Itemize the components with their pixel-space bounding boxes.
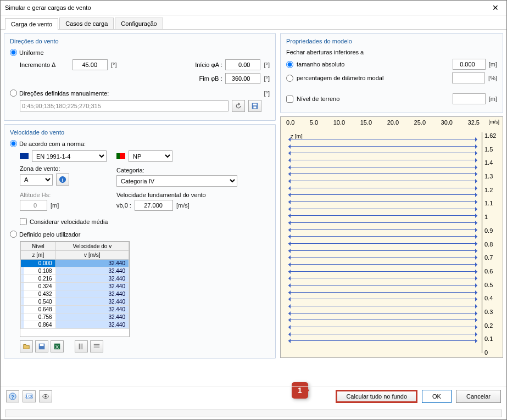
- category-label: Categoria:: [116, 167, 237, 173]
- flag-pt-icon: [116, 153, 125, 159]
- insert-row-icon[interactable]: [90, 340, 103, 352]
- calculate-button[interactable]: Calcular tudo no fundo: [336, 390, 417, 403]
- percentage-label: percentagem de diâmetro modal: [297, 75, 383, 81]
- velocity-table[interactable]: NívelVelocidade do v z [m]v [m/s] 0.0003…: [20, 241, 130, 337]
- increment-unit: [°]: [111, 61, 117, 68]
- terrain-input: [453, 93, 486, 104]
- table-row[interactable]: 0.00032.440: [21, 260, 129, 267]
- table-row[interactable]: 0.32432.440: [21, 283, 129, 290]
- units-icon[interactable]: 0.00: [23, 390, 36, 402]
- titlebar: Simular e gerar cargas de vento ✕: [1, 1, 506, 15]
- inicio-label: Início φA :: [195, 61, 222, 68]
- mean-speed-label: Considerar velocidade média: [30, 219, 108, 225]
- group-title: Velocidade do vento: [10, 129, 270, 136]
- radio-percentage[interactable]: [286, 75, 293, 82]
- increment-label: Incremento Δ: [20, 61, 69, 68]
- fim-label: Fim φB :: [199, 75, 222, 82]
- manual-label: Direções definidas manualmente:: [19, 90, 109, 97]
- radio-norm[interactable]: [10, 140, 17, 147]
- altitude-label: Altitude Hs:: [20, 192, 51, 198]
- group-speed: Velocidade do vento De acordo com a norm…: [4, 124, 276, 359]
- svg-point-18: [44, 395, 47, 397]
- window-title: Simular e gerar cargas de vento: [5, 4, 91, 11]
- zone-label: Zona de vento:: [20, 165, 113, 172]
- fim-input[interactable]: [225, 73, 260, 84]
- fundamental-label: Velocidade fundamental do vento: [116, 192, 206, 198]
- wind-profile-chart: 0.05.010.015.020.025.030.032.5 [m/s] z […: [280, 116, 503, 358]
- open-icon[interactable]: [20, 340, 33, 352]
- flag-eu-icon: [20, 153, 29, 159]
- radio-manual[interactable]: [10, 89, 17, 97]
- manual-input: [20, 100, 229, 111]
- table-row[interactable]: 0.64832.440: [21, 306, 129, 313]
- svg-rect-12: [94, 346, 100, 348]
- radio-uniform[interactable]: [10, 49, 17, 56]
- tab-carga-vento[interactable]: Carga de vento: [5, 18, 58, 30]
- zone-select[interactable]: A: [20, 174, 53, 186]
- uniform-label: Uniforme: [19, 49, 44, 56]
- svg-text:i: i: [62, 177, 64, 183]
- svg-rect-11: [94, 344, 100, 346]
- radio-absolute[interactable]: [286, 61, 293, 68]
- radio-user-defined[interactable]: [10, 231, 17, 238]
- info-icon[interactable]: i: [56, 173, 69, 186]
- cancel-button[interactable]: Cancelar: [456, 390, 501, 403]
- norm-select[interactable]: EN 1991-1-4: [32, 150, 107, 162]
- dialog-footer: ? 0.00 Calcular tudo no fundo OK Cancela…: [1, 386, 506, 406]
- group-directions: Direções do vento Uniforme Incremento Δ …: [4, 33, 276, 121]
- save-disk-icon[interactable]: [248, 100, 261, 112]
- svg-rect-1: [253, 104, 257, 106]
- close-openings-label: Fechar aberturas inferiores a: [286, 49, 497, 55]
- terrain-checkbox[interactable]: [286, 96, 293, 103]
- table-row[interactable]: 0.75632.440: [21, 313, 129, 321]
- svg-rect-10: [81, 344, 83, 350]
- table-row[interactable]: 0.86432.440: [21, 321, 129, 329]
- inicio-input[interactable]: [225, 59, 260, 70]
- status-bar: [5, 410, 502, 417]
- tab-casos-carga[interactable]: Casos de carga: [59, 18, 114, 29]
- export-excel-icon[interactable]: X: [51, 340, 64, 352]
- svg-text:0.00: 0.00: [25, 393, 33, 399]
- increment-input[interactable]: [73, 59, 108, 70]
- absolute-label: tamanho absoluto: [297, 61, 344, 68]
- help-icon[interactable]: ?: [6, 390, 19, 402]
- vb0-label: vb,0 :: [116, 202, 131, 209]
- table-row[interactable]: 0.10832.440: [21, 267, 129, 275]
- svg-rect-2: [253, 107, 256, 109]
- group-title: Direções do vento: [10, 38, 270, 44]
- ok-button[interactable]: OK: [422, 390, 452, 403]
- altitude-input: [20, 200, 47, 211]
- svg-text:X: X: [55, 344, 59, 350]
- table-row[interactable]: 0.21632.440: [21, 275, 129, 283]
- tab-config[interactable]: Configuração: [115, 18, 163, 29]
- terrain-label: Nível de terreno: [297, 96, 339, 102]
- svg-rect-9: [79, 344, 81, 350]
- close-icon[interactable]: ✕: [489, 3, 502, 12]
- category-select[interactable]: Categoria IV: [116, 175, 237, 187]
- user-defined-label: Definido pelo utilizador: [19, 231, 80, 238]
- norm-label: De acordo com a norma:: [19, 141, 86, 147]
- group-title: Propriedades do modelo: [286, 38, 497, 44]
- eye-icon[interactable]: [39, 390, 52, 402]
- annex-select[interactable]: NP: [129, 150, 172, 162]
- vb0-input[interactable]: [135, 200, 173, 211]
- chart-x-unit: [m/s]: [489, 119, 500, 125]
- tab-strip: Carga de vento Casos de carga Configuraç…: [1, 15, 506, 30]
- table-row[interactable]: 0.43232.440: [21, 290, 129, 298]
- table-row[interactable]: 0.54032.440: [21, 298, 129, 306]
- insert-col-icon[interactable]: [75, 340, 88, 352]
- percentage-input: [452, 72, 485, 83]
- save-icon[interactable]: [35, 340, 48, 352]
- group-model: Propriedades do modelo Fechar aberturas …: [280, 33, 503, 113]
- absolute-input[interactable]: [453, 59, 486, 70]
- svg-rect-6: [40, 344, 44, 346]
- rotate-icon[interactable]: [232, 100, 245, 112]
- mean-speed-checkbox[interactable]: [20, 218, 27, 225]
- svg-text:?: ?: [11, 394, 14, 400]
